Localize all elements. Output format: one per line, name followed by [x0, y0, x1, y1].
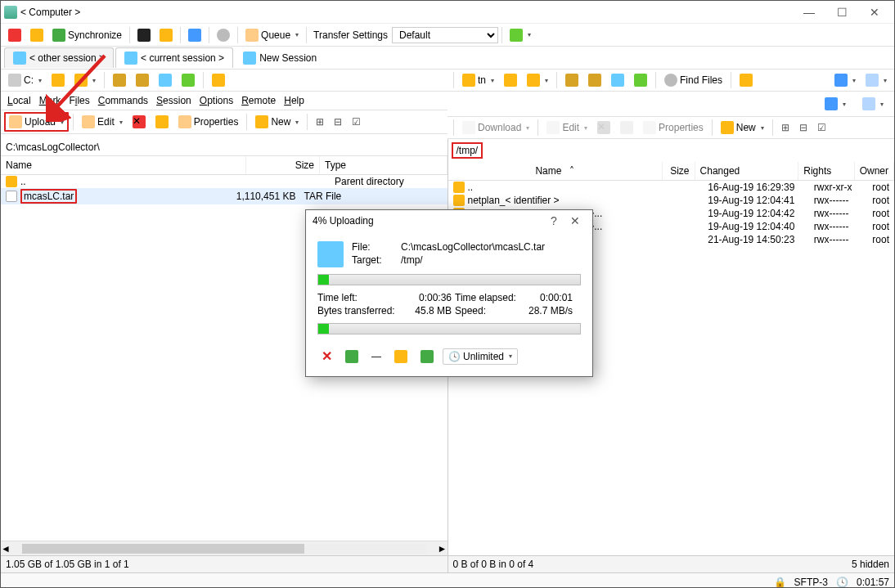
- nav-back-arrow2[interactable]: [821, 95, 850, 113]
- remote-bookmark-btn[interactable]: [735, 71, 757, 89]
- background-button[interactable]: [341, 348, 362, 366]
- remote-drive-select[interactable]: tn: [458, 71, 498, 89]
- remote-folder-btn2[interactable]: [523, 71, 552, 89]
- parent-dir-row[interactable]: .. Parent directory: [1, 175, 448, 188]
- folder-row[interactable]: netplan_< identifier > 19-Aug-19 12:04:4…: [448, 194, 895, 207]
- minus-button[interactable]: [330, 114, 346, 130]
- maximize-button[interactable]: ☐: [825, 2, 858, 22]
- edit-icon: [82, 115, 95, 128]
- menu-local[interactable]: Local: [7, 95, 31, 106]
- dialog-help[interactable]: ?: [543, 214, 564, 227]
- rcol-changed[interactable]: Changed: [695, 162, 799, 180]
- copy-button[interactable]: [390, 348, 412, 366]
- download-button[interactable]: Download: [458, 119, 533, 137]
- minimize-button[interactable]: —: [793, 2, 825, 22]
- local-path[interactable]: C:\mcasLogCollector\: [1, 139, 448, 156]
- synchronize-button[interactable]: Synchronize: [48, 26, 126, 44]
- remote-properties-button[interactable]: Properties: [639, 119, 708, 137]
- nav-fwd-arrow2[interactable]: [858, 95, 888, 113]
- session-tab-other[interactable]: < other session >: [4, 47, 114, 68]
- remote-home-btn[interactable]: [607, 71, 628, 89]
- col-size[interactable]: Size: [246, 156, 320, 174]
- menu-help[interactable]: Help: [284, 95, 304, 106]
- remote-edit-button[interactable]: Edit: [542, 119, 591, 137]
- menu-session[interactable]: Session: [156, 95, 191, 106]
- remote-path[interactable]: /tmp/: [452, 142, 483, 159]
- menu-commands[interactable]: Commands: [98, 95, 148, 106]
- edit-button[interactable]: Edit: [78, 113, 127, 131]
- new-session-icon: [243, 52, 256, 65]
- local-folder-btn2[interactable]: [70, 71, 100, 89]
- folder-up-icon: [6, 176, 17, 187]
- new-session-tab[interactable]: New Session: [235, 48, 325, 68]
- upload-dialog: 4% Uploading ? ✕ File:C:\mcasLogCollecto…: [305, 209, 593, 377]
- connection-label: SFTP-3: [794, 577, 828, 588]
- local-hscroll[interactable]: ◄►: [1, 541, 448, 555]
- file-icon: [6, 191, 17, 202]
- remote-folder-btn1[interactable]: [500, 71, 521, 89]
- remote-rename-button[interactable]: [616, 119, 637, 137]
- remote-new-button[interactable]: New: [717, 119, 768, 137]
- dialog-close[interactable]: ✕: [564, 214, 586, 227]
- nav-fwd-arrow[interactable]: [861, 71, 891, 89]
- rcol-size[interactable]: Size: [663, 162, 695, 180]
- find-files-button[interactable]: Find Files: [660, 71, 726, 89]
- upload-button[interactable]: Upload: [4, 112, 69, 132]
- transfer-settings-label: Transfer Settings: [313, 29, 388, 41]
- local-refresh2-btn[interactable]: [208, 71, 229, 89]
- minimize-transfer-button[interactable]: —: [367, 348, 385, 365]
- folder-icon: [453, 195, 465, 206]
- terminal-button[interactable]: [133, 26, 155, 44]
- file-row[interactable]: mcasLC.tar 1,110,451 KB TAR File: [1, 188, 448, 204]
- tool-icon-reconnect[interactable]: [506, 26, 535, 44]
- parent-dir-row[interactable]: .. 16-Aug-19 16:29:39 rwxr-xr-x root: [448, 181, 895, 194]
- col-type[interactable]: Type: [320, 156, 448, 174]
- settings-button2[interactable]: [416, 348, 438, 366]
- menu-remote[interactable]: Remote: [241, 95, 276, 106]
- rcol-rights[interactable]: Rights: [798, 162, 854, 180]
- remote-back-btn[interactable]: [561, 71, 582, 89]
- tool-icon-1[interactable]: [4, 26, 25, 44]
- cancel-transfer-button[interactable]: ✕: [317, 346, 336, 366]
- new-folder-icon: [255, 115, 268, 128]
- close-button[interactable]: ✕: [858, 2, 891, 22]
- upload-icon: [9, 115, 22, 128]
- tool-icon-2[interactable]: [26, 26, 47, 44]
- rcol-name[interactable]: Name ˄: [448, 162, 663, 180]
- queue-button[interactable]: Queue: [241, 26, 303, 44]
- local-fwd-btn[interactable]: [132, 71, 153, 89]
- delete-button[interactable]: ✕: [128, 113, 150, 131]
- col-name[interactable]: Name: [1, 156, 246, 174]
- local-folder-btn1[interactable]: [47, 71, 69, 89]
- transfer-settings-select[interactable]: Default: [392, 27, 498, 43]
- remote-refresh-btn[interactable]: [630, 71, 651, 89]
- check-button[interactable]: [348, 114, 365, 130]
- transfer-icon: [317, 241, 344, 267]
- remote-fwd-btn[interactable]: [584, 71, 605, 89]
- local-refresh-btn[interactable]: [178, 71, 199, 89]
- plus-button[interactable]: [312, 114, 328, 130]
- speed-limit-select[interactable]: 🕓 Unlimited: [443, 348, 518, 365]
- remote-check-button[interactable]: [813, 119, 830, 136]
- new-button[interactable]: New: [251, 113, 303, 131]
- remote-minus-button[interactable]: [795, 119, 812, 136]
- properties-button[interactable]: Properties: [174, 113, 243, 131]
- rcol-owner[interactable]: Owner: [855, 162, 894, 180]
- total-progress-bar: [317, 323, 581, 334]
- menu-mark[interactable]: Mark: [39, 95, 61, 106]
- settings-button[interactable]: [213, 26, 234, 44]
- local-drive-select[interactable]: C:: [4, 71, 46, 89]
- local-back-btn[interactable]: [109, 71, 130, 89]
- nav-back-arrow[interactable]: [830, 71, 860, 89]
- remote-delete-button[interactable]: ✕: [593, 119, 614, 137]
- tool-icon-4[interactable]: [184, 26, 205, 44]
- session-tab-current[interactable]: < current session >: [115, 47, 233, 68]
- rename-button[interactable]: [151, 113, 173, 131]
- tool-icon-3[interactable]: [155, 26, 177, 44]
- remote-plus-button[interactable]: [777, 119, 794, 136]
- file-progress-bar: [317, 274, 581, 285]
- delete-icon: ✕: [133, 115, 146, 128]
- menu-options[interactable]: Options: [200, 95, 233, 106]
- local-home-btn[interactable]: [155, 71, 176, 89]
- menu-files[interactable]: Files: [69, 95, 89, 106]
